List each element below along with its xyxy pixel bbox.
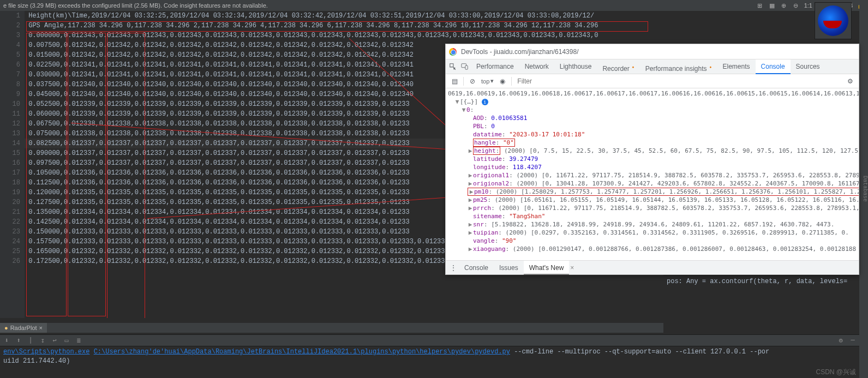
console-row[interactable]: AOD: 0.01063581	[448, 114, 859, 122]
console-body[interactable]: 0619,16.00619,16.00619,16.00618,16.00617…	[446, 88, 859, 260]
layout-icon[interactable]: ▭	[62, 336, 71, 345]
stack-icon[interactable]: ≣	[74, 336, 83, 345]
drawer-tab-issues[interactable]: Issues	[494, 261, 524, 275]
devtools-tabs: PerformanceNetworkLighthouseRecorderPerf…	[446, 59, 859, 74]
console-row[interactable]: vangle: "90"	[448, 237, 859, 245]
console-row[interactable]: hangle: "0"	[448, 139, 859, 147]
line-number: 13	[0, 129, 25, 139]
console-row[interactable]: datatime: "2023-03-17 10:01:18"	[448, 130, 859, 139]
code-line: 0.000000,0.012343,0.012343,0.012343,0.01…	[25, 31, 663, 40]
console-filter-input[interactable]	[515, 76, 624, 86]
line-number: 23	[0, 227, 25, 237]
console-row[interactable]: latitude: 39.27479	[448, 155, 859, 163]
line-number: 11	[0, 109, 25, 119]
drawer-menu-icon[interactable]: ⋮	[448, 264, 459, 272]
devtools-tab-elements[interactable]: Elements	[717, 59, 756, 74]
line-number: 16	[0, 158, 25, 168]
devtools-tab-performance[interactable]: Performance	[471, 59, 519, 74]
console-row[interactable]: ▶prrch: (2000) [0, 11671.22, 97117.75, 2…	[448, 204, 859, 212]
console-row[interactable]: 0619,16.00619,16.00619,16.00618,16.00617…	[448, 89, 859, 98]
file-tab-radarplot[interactable]: ● RadarPlot ×	[0, 323, 47, 333]
line-number: 4	[0, 40, 25, 50]
info-icon[interactable]: i	[482, 99, 488, 105]
database-toolwindow-tab[interactable]: Database	[859, 0, 868, 378]
console-row[interactable]: ▼[{…}] i	[448, 98, 859, 106]
scroll-icon[interactable]: ↧	[38, 336, 47, 345]
terminal-path-1[interactable]: env\Scripts\python.exe	[3, 348, 89, 356]
devtools-tab-lighthouse[interactable]: Lighthouse	[554, 59, 597, 74]
console-row[interactable]: ▶pm10: (2000) [1.258029, 1.257753, 1.257…	[448, 188, 859, 196]
devtools-window: DevTools - jiuaidu.com/jianzhan/614398/ …	[445, 44, 859, 275]
device-icon[interactable]	[459, 61, 471, 73]
line-number: 6	[0, 60, 25, 70]
clear-console-icon[interactable]: ⊘	[467, 76, 478, 87]
console-row[interactable]: sitename: "TangShan"	[448, 212, 859, 220]
close-icon[interactable]: ×	[570, 264, 574, 272]
devtools-tab-sources[interactable]: Sources	[791, 59, 825, 74]
line-number: 22	[0, 217, 25, 227]
drawer-tab-what-s-new[interactable]: What's New	[524, 261, 570, 275]
console-row[interactable]: ▶snr: [5.198822, 13628.18, 24918.99, 249…	[448, 220, 859, 229]
svg-rect-1	[465, 65, 468, 69]
sep	[463, 77, 464, 86]
console-row[interactable]: ▶xiaoguang: (2000) [0.001290147, 0.00128…	[448, 245, 859, 253]
devtools-tab-recorder[interactable]: Recorder	[597, 59, 639, 74]
code-hint-panel: pos: Any = ax.contourf(theta, r, data, l…	[663, 275, 859, 318]
grid-icon[interactable]: ▦	[768, 2, 776, 9]
console-row[interactable]: ▶origional1: (2000) [0, 11671.22, 97117.…	[448, 171, 859, 179]
wrap-icon[interactable]: ↩	[50, 336, 59, 345]
file-tab-bar: ● RadarPlot ×	[0, 323, 663, 333]
zoom-out-icon[interactable]: ⊖	[792, 2, 800, 9]
live-expression-icon[interactable]: ◉	[497, 76, 508, 87]
minimize-icon[interactable]: —	[848, 336, 857, 345]
console-settings-icon[interactable]: ⚙	[845, 76, 855, 87]
console-row[interactable]: ▶height: (2000) [0, 7.5, 15, 22.5, 30, 3…	[448, 147, 859, 155]
line-number: 2	[0, 21, 25, 31]
console-row[interactable]: ▶origional2: (2000) [0, 13041.28, 107300…	[448, 179, 859, 188]
bottom-toolbar: ⬇ ⬆ | ↧ ↩ ▭ ≣ ⚙ —	[0, 334, 859, 346]
line-number: 26	[0, 256, 25, 266]
console-row[interactable]: ▶tuipian: (2000) [0.0297, 0.3352163, 0.3…	[448, 229, 859, 237]
terminal-output[interactable]: env\Scripts\python.exe C:\Users\zhang'de…	[0, 346, 859, 378]
line-number: 1	[0, 11, 25, 21]
drawer-tab-console[interactable]: Console	[459, 261, 494, 275]
settings-icon[interactable]: ⚙	[836, 336, 845, 345]
upload-icon[interactable]: ⬆	[14, 336, 23, 345]
zoom-in-icon[interactable]: ⊕	[780, 2, 788, 9]
line-number: 19	[0, 188, 25, 197]
line-number: 14	[0, 139, 25, 148]
line-number: 3	[0, 31, 25, 40]
devtools-tab-network[interactable]: Network	[519, 59, 554, 74]
devtools-drawer-tabs: ⋮ ConsoleIssuesWhat's New×	[446, 260, 859, 274]
focus-icon[interactable]: ⊞	[756, 2, 764, 9]
terminal-path-2[interactable]: C:\Users\zhang'de'huai\AppData\Roaming\J…	[94, 348, 510, 356]
inspect-icon[interactable]	[447, 61, 459, 73]
devtools-title: DevTools - jiuaidu.com/jianzhan/614398/	[461, 48, 578, 56]
logo-box	[815, 2, 852, 39]
file-tab-label: RadarPlot	[10, 325, 37, 331]
devtools-tab-performance-insights[interactable]: Performance insights	[640, 59, 717, 74]
console-row[interactable]: ▶pm25: (2000) [16.05161, 16.05155, 16.05…	[448, 196, 859, 204]
devtools-titlebar[interactable]: DevTools - jiuaidu.com/jianzhan/614398/	[446, 44, 859, 59]
file-size-warning: e file size (3.29 MB) exceeds the config…	[0, 2, 271, 9]
watermark: CSDN @兴诚	[816, 368, 856, 377]
close-icon[interactable]: ×	[39, 325, 43, 331]
line-number: 9	[0, 89, 25, 99]
line-number: 12	[0, 119, 25, 129]
chevron-down-icon: ▾	[490, 77, 494, 85]
sidebar-toggle-icon[interactable]: ▤	[449, 76, 460, 87]
context-selector[interactable]: top ▾	[481, 77, 494, 85]
devtools-tab-console[interactable]: Console	[756, 59, 791, 74]
code-hint-text: pos: Any = ax.contourf(theta, r, data, l…	[667, 278, 847, 285]
console-row[interactable]: longitude: 118.4207	[448, 163, 859, 171]
divider: |	[26, 336, 35, 345]
download-icon[interactable]: ⬇	[2, 336, 11, 345]
sep	[511, 77, 512, 86]
logo-icon	[818, 5, 848, 36]
line-number: 15	[0, 148, 25, 158]
line-number: 7	[0, 70, 25, 80]
line-number: 8	[0, 80, 25, 89]
console-row[interactable]: PBL: 0	[448, 122, 859, 130]
python-file-icon: ●	[4, 325, 8, 331]
console-row[interactable]: ▼0:	[448, 106, 859, 114]
